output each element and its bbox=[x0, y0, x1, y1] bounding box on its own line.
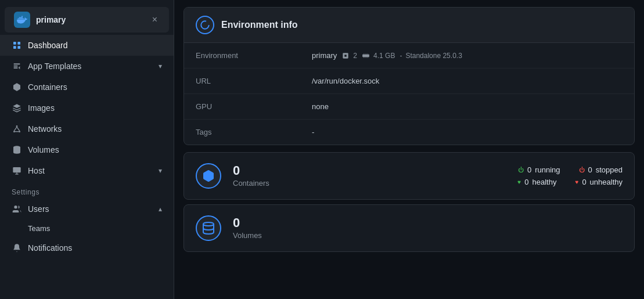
svg-point-15 bbox=[14, 206, 17, 208]
volumes-icon bbox=[196, 215, 221, 241]
svg-rect-0 bbox=[13, 42, 16, 45]
containers-icon bbox=[196, 163, 221, 189]
env-info-value-gpu: none bbox=[300, 94, 634, 119]
svg-rect-3 bbox=[17, 46, 20, 49]
sidebar-item-users[interactable]: Users ▴ bbox=[0, 199, 174, 219]
sidebar-item-containers[interactable]: Containers bbox=[0, 77, 174, 98]
svg-marker-4 bbox=[13, 104, 20, 108]
env-badge-version: - Standalone 25.0.3 bbox=[400, 52, 462, 60]
sidebar-item-host-label: Host bbox=[28, 166, 153, 175]
sidebar-item-volumes[interactable]: Volumes bbox=[0, 139, 174, 160]
template-icon bbox=[12, 61, 22, 71]
env-close-button[interactable]: × bbox=[150, 13, 160, 26]
containers-running-count: 0 bbox=[527, 165, 531, 174]
sidebar-item-containers-label: Containers bbox=[28, 82, 162, 92]
sidebar-item-app-templates[interactable]: App Templates ▾ bbox=[0, 56, 174, 77]
volumes-count: 0 bbox=[233, 217, 623, 229]
volumes-stats-main: 0 Volumes bbox=[233, 217, 623, 240]
chevron-up-icon: ▴ bbox=[159, 205, 162, 213]
containers-running-label: running bbox=[535, 165, 560, 174]
sidebar-item-users-label: Users bbox=[28, 204, 153, 214]
env-cpu-count: 2 bbox=[353, 52, 357, 60]
containers-count: 0 bbox=[233, 164, 506, 177]
env-badge-ram: 4.1 GB bbox=[362, 52, 395, 60]
sidebar-item-dashboard[interactable]: Dashboard bbox=[0, 35, 174, 56]
env-ram: 4.1 GB bbox=[373, 52, 395, 60]
svg-rect-12 bbox=[13, 167, 20, 172]
volumes-label: Volumes bbox=[233, 231, 623, 240]
healthy-dot: ♥ bbox=[517, 179, 521, 185]
containers-health-row: ♥ 0 healthy ♥ 0 unhealthy bbox=[517, 178, 623, 186]
sidebar-item-notifications[interactable]: Notifications bbox=[0, 237, 174, 258]
containers-healthy-label: healthy bbox=[533, 178, 557, 186]
sidebar-item-networks-label: Networks bbox=[28, 124, 162, 134]
network-icon bbox=[12, 124, 22, 134]
grid-icon bbox=[12, 40, 22, 51]
sidebar-item-dashboard-label: Dashboard bbox=[28, 41, 162, 50]
users-icon bbox=[12, 204, 22, 214]
containers-stopped-count: 0 bbox=[588, 165, 592, 174]
volumes-icon bbox=[12, 145, 22, 155]
svg-point-19 bbox=[203, 222, 214, 226]
svg-rect-17 bbox=[345, 55, 347, 57]
env-docker-icon bbox=[14, 12, 30, 28]
sidebar-item-notifications-label: Notifications bbox=[28, 243, 162, 253]
env-badge-cpu: 2 bbox=[341, 52, 357, 60]
sidebar: primary × Dashboard App Templates ▾ Cont… bbox=[0, 0, 174, 299]
spinner-icon bbox=[196, 16, 214, 34]
settings-section-label: Settings bbox=[0, 181, 174, 199]
unhealthy-dot: ♥ bbox=[575, 179, 578, 185]
chevron-down-icon: ▾ bbox=[159, 62, 162, 70]
env-info-value-environment: primary 2 4.1 GB - Standalone 25.0.3 bbox=[300, 43, 634, 68]
running-dot: ⏻ bbox=[518, 167, 524, 173]
env-info-header: Environment info bbox=[184, 8, 634, 43]
env-info-row-tags: Tags - bbox=[184, 120, 634, 145]
containers-unhealthy-count: 0 bbox=[582, 178, 586, 186]
volumes-card[interactable]: 0 Volumes bbox=[184, 204, 635, 252]
containers-unhealthy-label: unhealthy bbox=[590, 178, 623, 186]
env-info-row-environment: Environment primary 2 4.1 GB - Standalon… bbox=[184, 43, 634, 69]
sidebar-item-networks[interactable]: Networks bbox=[0, 118, 174, 139]
env-url: /var/run/docker.sock bbox=[312, 77, 379, 85]
env-info-row-gpu: GPU none bbox=[184, 94, 634, 120]
env-value-name: primary bbox=[312, 51, 337, 60]
main-content: Environment info Environment primary 2 4… bbox=[174, 0, 644, 299]
svg-rect-2 bbox=[13, 46, 16, 49]
env-info-row-url: URL /var/run/docker.sock bbox=[184, 69, 634, 94]
env-selector[interactable]: primary × bbox=[5, 7, 169, 33]
host-icon bbox=[12, 165, 22, 176]
svg-line-8 bbox=[14, 127, 17, 131]
sidebar-item-app-templates-label: App Templates bbox=[28, 62, 153, 71]
env-info-title: Environment info bbox=[221, 20, 298, 30]
env-version: Standalone 25.0.3 bbox=[405, 52, 462, 60]
sidebar-item-host[interactable]: Host ▾ bbox=[0, 160, 174, 181]
bell-icon bbox=[12, 243, 22, 253]
containers-running-row: ⏻ 0 running ⏻ 0 stopped bbox=[518, 165, 623, 174]
svg-rect-18 bbox=[362, 54, 369, 57]
container-icon bbox=[12, 82, 22, 92]
env-info-label-environment: Environment bbox=[184, 43, 300, 68]
containers-label: Containers bbox=[233, 179, 506, 188]
env-info-value-url: /var/run/docker.sock bbox=[300, 69, 634, 93]
containers-healthy-count: 0 bbox=[524, 178, 528, 186]
env-info-card: Environment info Environment primary 2 4… bbox=[184, 7, 635, 145]
env-tags: - bbox=[312, 128, 314, 136]
sidebar-item-images[interactable]: Images bbox=[0, 98, 174, 118]
svg-rect-1 bbox=[17, 42, 20, 45]
env-info-value-tags: - bbox=[300, 120, 634, 145]
sidebar-sub-item-teams[interactable]: Teams bbox=[0, 219, 174, 237]
containers-stopped-label: stopped bbox=[596, 165, 623, 174]
chevron-down-icon: ▾ bbox=[159, 167, 162, 175]
containers-stats-main: 0 Containers bbox=[233, 164, 506, 188]
svg-point-5 bbox=[16, 125, 18, 127]
layers-icon bbox=[12, 103, 22, 113]
env-name: primary bbox=[36, 15, 144, 24]
env-info-label-tags: Tags bbox=[184, 120, 300, 145]
env-gpu: none bbox=[312, 102, 329, 111]
env-info-label-gpu: GPU bbox=[184, 94, 300, 119]
containers-meta: ⏻ 0 running ⏻ 0 stopped ♥ 0 healthy ♥ 0 … bbox=[517, 165, 623, 186]
containers-card[interactable]: 0 Containers ⏻ 0 running ⏻ 0 stopped ♥ 0… bbox=[184, 152, 635, 200]
sidebar-item-images-label: Images bbox=[28, 103, 162, 113]
svg-line-9 bbox=[17, 127, 20, 131]
stopped-dot: ⏻ bbox=[579, 167, 585, 173]
